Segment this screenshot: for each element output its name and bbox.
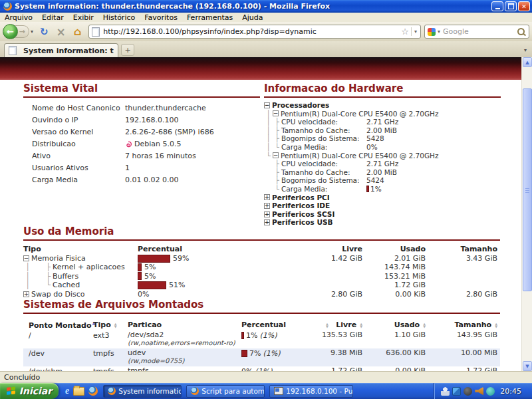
- sort-mount[interactable]: Ponto Montado▲: [29, 321, 96, 330]
- sort-percentual[interactable]: Percentual▲▼: [241, 321, 329, 329]
- user-tray-icon[interactable]: [441, 387, 450, 396]
- reload-button[interactable]: ↻: [40, 26, 49, 38]
- expand-icon[interactable]: +: [23, 291, 29, 297]
- scroll-up-icon[interactable]: ▲: [523, 57, 532, 67]
- tab-system-information[interactable]: System information: thunder.thunde...: [4, 43, 118, 57]
- vital-row: Versao do Kernel2.6.26-2-686 (SMP) i686: [23, 126, 260, 138]
- restore-button[interactable]: [505, 1, 517, 11]
- system-tray: 20:45: [434, 383, 532, 399]
- menu-ajuda[interactable]: Ajuda: [237, 13, 267, 22]
- expand-icon[interactable]: +: [264, 203, 270, 209]
- network-icon[interactable]: [452, 387, 461, 396]
- tree-node-perifericos-scsi[interactable]: +Perifericos SCSI: [264, 210, 501, 219]
- tree-leaf: │└Carga Media:0%: [264, 143, 501, 152]
- sort-livre[interactable]: Livre▲▼: [336, 321, 362, 329]
- home-button[interactable]: ⌂: [74, 25, 81, 38]
- menu-editar[interactable]: Editar: [37, 13, 68, 22]
- start-button[interactable]: Iniciar: [0, 383, 59, 399]
- fs-row: /dev tmpfs udev(rw,mode=0755) 7%(1%) 9.3…: [23, 348, 500, 366]
- hardware-tree: −Processadores │−Pentium(R) Dual-Core CP…: [264, 101, 501, 227]
- volume-icon[interactable]: [475, 387, 483, 396]
- window-title: System information: thunder.thundercache…: [15, 2, 491, 11]
- menu-historico[interactable]: Histórico: [98, 13, 140, 22]
- firefox-icon: [191, 387, 199, 395]
- expand-icon[interactable]: +: [264, 211, 270, 217]
- minimize-button[interactable]: [491, 1, 503, 11]
- expand-icon[interactable]: +: [264, 219, 270, 225]
- tree-node-cpu[interactable]: └−Pentium(R) Dual-Core CPU E5400 @ 2.70G…: [264, 152, 501, 160]
- new-tab-button[interactable]: +: [121, 44, 134, 56]
- search-magnifier-icon[interactable]: [517, 28, 525, 35]
- bookmark-star-icon[interactable]: ☆: [399, 27, 411, 37]
- shield-icon[interactable]: [464, 387, 472, 396]
- memory-row: +Swap do Disco 0% 2.80 GiB 0.00 KiB 2.80…: [23, 290, 500, 299]
- url-bar[interactable]: http://192.168.0.100/phpsysinfo/index.ph…: [88, 25, 421, 39]
- debian-swirl-icon: [125, 141, 132, 148]
- memory-bar: [138, 272, 142, 280]
- scroll-down-icon[interactable]: ▼: [523, 361, 532, 371]
- tree-leaf: ├CPU velocidade:2.71 GHz: [264, 160, 501, 168]
- google-logo-icon: [428, 28, 436, 36]
- fs-row: /dev/shm tmpfs tmpfs 0%(1%) 1.72 GiB 0.0…: [23, 366, 500, 371]
- tree-leaf: │├CPU velocidade:2.71 GHz: [264, 118, 501, 126]
- search-box[interactable]: ▾ Google: [424, 25, 529, 39]
- section-filesystems: Sistemas de Arquivos Montados Ponto Mont…: [23, 299, 500, 371]
- history-dropdown-icon[interactable]: ▾: [29, 29, 36, 35]
- menu-favoritos[interactable]: Favoritos: [140, 13, 182, 22]
- folder-icon[interactable]: [73, 387, 84, 396]
- taskbar-button-firefox-2[interactable]: Script para automatiz...: [186, 385, 265, 398]
- urlbar-dropdown-icon[interactable]: ▾: [411, 27, 418, 36]
- taskbar-button-putty[interactable]: 192.168.0.100 - PuTTY: [269, 385, 353, 398]
- vital-row: Ativo7 horas 16 minutos: [23, 150, 260, 162]
- vital-row: Nome do Host Canonicothunder.thundercach…: [23, 102, 260, 114]
- menu-arquivo[interactable]: Arquivo: [0, 13, 37, 22]
- collapse-icon[interactable]: −: [273, 152, 279, 158]
- tree-node-processadores[interactable]: −Processadores: [264, 101, 501, 110]
- page-content: Sistema Vital Nome do Host Canonicothund…: [0, 57, 521, 371]
- memory-bar: [138, 263, 142, 271]
- section-sistema-vital: Sistema Vital Nome do Host Canonicothund…: [23, 82, 260, 186]
- memory-row: │├Kernel + aplicacoes 5% 143.74 MiB: [23, 263, 500, 271]
- close-button[interactable]: ✕: [518, 1, 530, 11]
- sort-icons: ▲▼: [326, 323, 329, 329]
- vital-row: Distribuicao Debian 5.0.5: [23, 138, 260, 150]
- tree-node-cpu[interactable]: │−Pentium(R) Dual-Core CPU E5400 @ 2.70G…: [264, 110, 501, 118]
- tab-page-icon: [9, 46, 17, 55]
- firefox-icon[interactable]: [88, 386, 98, 396]
- tree-leaf: │├Bogomips do Sistema:5428: [264, 134, 501, 143]
- status-text: Concluído: [4, 373, 40, 382]
- list-all-tabs-icon[interactable]: ▾: [521, 46, 529, 55]
- sort-tamanho[interactable]: Tamanho▲▼: [455, 321, 497, 329]
- tree-leaf: │├Tamanho do Cache:2.00 MiB: [264, 126, 501, 135]
- sort-usado[interactable]: Usado▲▼: [394, 321, 426, 329]
- back-button[interactable]: ←: [3, 24, 18, 39]
- url-text[interactable]: http://192.168.0.100/phpsysinfo/index.ph…: [103, 27, 399, 36]
- menu-exibir[interactable]: Exibir: [68, 13, 98, 22]
- messenger-icon[interactable]: [486, 387, 495, 396]
- internet-explorer-icon[interactable]: e: [65, 386, 69, 396]
- sort-tipo[interactable]: Tipo▲▼: [93, 321, 117, 329]
- clock[interactable]: 20:45: [497, 387, 527, 396]
- navigation-toolbar: ← → ▾ ↻ × ⌂ http://192.168.0.100/phpsysi…: [0, 22, 532, 41]
- taskbar-button-firefox[interactable]: System information: t...: [103, 385, 182, 398]
- search-input[interactable]: Google: [443, 27, 517, 36]
- scrollbar-thumb[interactable]: [523, 88, 532, 291]
- stop-button[interactable]: ×: [57, 25, 66, 39]
- collapse-icon[interactable]: −: [273, 110, 279, 116]
- memory-row: −Memoria Fisica 59% 1.42 GiB 2.01 GiB 3.…: [23, 254, 500, 263]
- memory-row: │└Cached 51% 1.72 GiB: [23, 281, 500, 289]
- vertical-scrollbar[interactable]: ▲ ▼: [521, 57, 532, 371]
- expand-icon[interactable]: +: [264, 194, 270, 200]
- tree-node-perifericos-ide[interactable]: +Perifericos IDE: [264, 201, 501, 210]
- sort-icons: ▲▼: [114, 323, 117, 329]
- collapse-icon[interactable]: −: [264, 102, 270, 108]
- search-engine-dropdown-icon[interactable]: ▾: [436, 29, 443, 35]
- section-title: Informacao do Hardware: [264, 82, 501, 98]
- firefox-window: System information: thunder.thundercache…: [0, 0, 532, 399]
- sort-particao[interactable]: Particao▲▼: [128, 321, 251, 329]
- firefox-icon: [3, 2, 12, 11]
- collapse-icon[interactable]: −: [23, 255, 29, 261]
- menu-ferramentas[interactable]: Ferramentas: [182, 13, 237, 22]
- page-header-band: [0, 57, 521, 80]
- tree-node-perifericos-pci[interactable]: +Perifericos PCI: [264, 194, 501, 202]
